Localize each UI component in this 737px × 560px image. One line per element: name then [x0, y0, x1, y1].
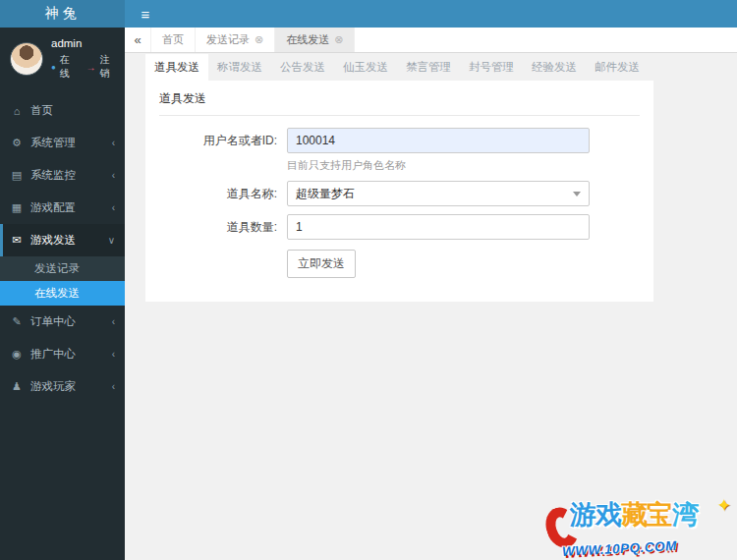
- chevron-left-icon: ‹: [112, 138, 115, 148]
- username-input[interactable]: [287, 128, 590, 153]
- sidebar-subitem-online-send[interactable]: 在线发送: [0, 281, 125, 306]
- open-tab-home[interactable]: 首页: [150, 28, 195, 52]
- sidebar-item-game-config[interactable]: ▦ 游戏配置 ‹: [0, 192, 125, 224]
- item-name-selected-value: 超级量梦石: [296, 186, 355, 202]
- watermark-text-game: 游戏: [570, 500, 621, 530]
- username-label: 用户名或者ID:: [159, 128, 287, 173]
- tab-mail-send[interactable]: 邮件发送: [586, 54, 649, 81]
- sidebar-item-label: 订单中心: [30, 314, 76, 329]
- username-hint: 目前只支持用户角色名称: [287, 158, 590, 173]
- game-send-submenu: 发送记录 在线发送: [0, 256, 125, 306]
- logout-arrow-icon: →: [85, 62, 95, 73]
- open-tab-send-records[interactable]: 发送记录 ⊗: [195, 28, 274, 52]
- watermark-text-bay: 湾: [672, 500, 698, 530]
- item-send-panel: 道具发送 用户名或者ID: 目前只支持用户角色名称 道具名称: 超级量梦石: [145, 81, 653, 302]
- chevron-left-icon: ‹: [112, 202, 115, 213]
- gear-icon: ⚙: [10, 137, 24, 149]
- collapse-tabs-icon[interactable]: «: [125, 28, 150, 52]
- monitor-icon: ▤: [10, 169, 24, 182]
- send-now-button[interactable]: 立即发送: [287, 250, 356, 278]
- user-info: admin ● 在线 → 注销: [51, 37, 117, 81]
- chevron-left-icon: ‹: [112, 349, 115, 360]
- chevron-left-icon: ‹: [112, 381, 115, 392]
- app-logo[interactable]: 神兔: [0, 0, 125, 28]
- open-tab-label: 首页: [162, 32, 184, 47]
- sidebar-item-game-send[interactable]: ✉ 游戏发送 ∨: [0, 224, 125, 256]
- sidebar-item-label: 首页: [30, 103, 53, 118]
- dropdown-caret-icon: [573, 192, 581, 196]
- home-icon: ⌂: [10, 105, 24, 117]
- admin-app: 神兔 ≡ admin ● 在线 → 注销 ⌂ 首页 ⚙: [0, 0, 737, 560]
- tab-item-send[interactable]: 道具发送: [145, 54, 208, 81]
- sidebar-item-label: 推广中心: [30, 347, 76, 362]
- tab-ban-manage[interactable]: 封号管理: [460, 54, 523, 81]
- player-icon: ♟: [10, 380, 24, 393]
- chevron-left-icon: ‹: [112, 170, 115, 181]
- watermark-url: WWW.10PQ.COM: [562, 538, 677, 559]
- chevron-down-icon: ∨: [108, 235, 115, 246]
- item-name-label: 道具名称:: [159, 181, 287, 206]
- sidebar-item-system-monitor[interactable]: ▤ 系统监控 ‹: [0, 159, 125, 192]
- sidebar-menu: ⌂ 首页 ⚙ 系统管理 ‹ ▤ 系统监控 ‹ ▦ 游戏配置 ‹ ✉ 游戏发送 ∨: [0, 94, 125, 403]
- tab-title-send[interactable]: 称谓发送: [208, 54, 271, 81]
- sidebar-item-label: 游戏玩家: [30, 379, 76, 394]
- pencil-icon: ✎: [10, 315, 24, 328]
- watermark-brand-text: 游戏藏宝湾: [570, 497, 698, 532]
- online-status-icon: ●: [51, 63, 56, 72]
- close-tab-icon[interactable]: ⊗: [255, 33, 263, 46]
- item-qty-label: 道具数量:: [159, 214, 287, 240]
- sidebar-item-label: 游戏配置: [30, 200, 76, 215]
- item-send-form: 用户名或者ID: 目前只支持用户角色名称 道具名称: 超级量梦石: [145, 116, 653, 278]
- tab-announce-send[interactable]: 公告发送: [271, 54, 334, 81]
- open-tabs-bar: « 首页 发送记录 ⊗ 在线发送 ⊗: [125, 28, 737, 53]
- sidebar-item-promotion-center[interactable]: ◉ 推广中心 ‹: [0, 338, 125, 370]
- hamburger-menu-icon[interactable]: ≡: [125, 0, 166, 28]
- tab-exp-send[interactable]: 经验发送: [523, 54, 586, 81]
- sidebar-item-game-players[interactable]: ♟ 游戏玩家 ‹: [0, 370, 125, 403]
- game-config-icon: ▦: [10, 201, 24, 214]
- sidebar-item-label: 系统监控: [30, 168, 76, 183]
- tab-xianyu-send[interactable]: 仙玉发送: [334, 54, 397, 81]
- user-name: admin: [51, 37, 117, 49]
- sidebar-item-label: 系统管理: [30, 136, 76, 150]
- watermark-text-treasure: 藏宝: [621, 500, 672, 530]
- open-tab-label: 发送记录: [206, 32, 250, 47]
- user-panel: admin ● 在线 → 注销: [0, 28, 125, 92]
- sidebar-item-system-manage[interactable]: ⚙ 系统管理 ‹: [0, 127, 125, 159]
- open-tab-label: 在线发送: [286, 32, 329, 47]
- watermark-star-icon: ✦: [717, 495, 731, 516]
- online-status-label[interactable]: 在线: [60, 53, 78, 81]
- sidebar-item-order-center[interactable]: ✎ 订单中心 ‹: [0, 306, 125, 338]
- sidebar-subitem-send-records[interactable]: 发送记录: [0, 256, 125, 281]
- site-watermark-logo: 游戏藏宝湾 ✦ WWW.10PQ.COM: [546, 497, 735, 558]
- item-name-select[interactable]: 超级量梦石: [287, 181, 590, 206]
- main-content: 道具发送 称谓发送 公告发送 仙玉发送 禁言管理 封号管理 经验发送 邮件发送 …: [125, 54, 737, 560]
- open-tab-online-send[interactable]: 在线发送 ⊗: [274, 28, 355, 52]
- chevron-left-icon: ‹: [112, 316, 115, 327]
- send-icon: ✉: [10, 234, 24, 247]
- sidebar-item-home[interactable]: ⌂ 首页: [0, 94, 125, 127]
- eye-icon: ◉: [10, 348, 24, 361]
- item-qty-input[interactable]: [287, 214, 590, 240]
- avatar[interactable]: [10, 42, 43, 76]
- logout-link[interactable]: 注销: [99, 53, 117, 81]
- tab-mute-manage[interactable]: 禁言管理: [397, 54, 460, 81]
- close-tab-icon[interactable]: ⊗: [334, 33, 343, 46]
- top-header: ≡: [125, 0, 737, 28]
- sidebar-item-label: 游戏发送: [30, 233, 76, 248]
- panel-title: 道具发送: [159, 81, 640, 116]
- send-type-tabs: 道具发送 称谓发送 公告发送 仙玉发送 禁言管理 封号管理 经验发送 邮件发送: [145, 54, 737, 81]
- sidebar: admin ● 在线 → 注销 ⌂ 首页 ⚙ 系统管理 ‹ ▤ 系: [0, 28, 125, 560]
